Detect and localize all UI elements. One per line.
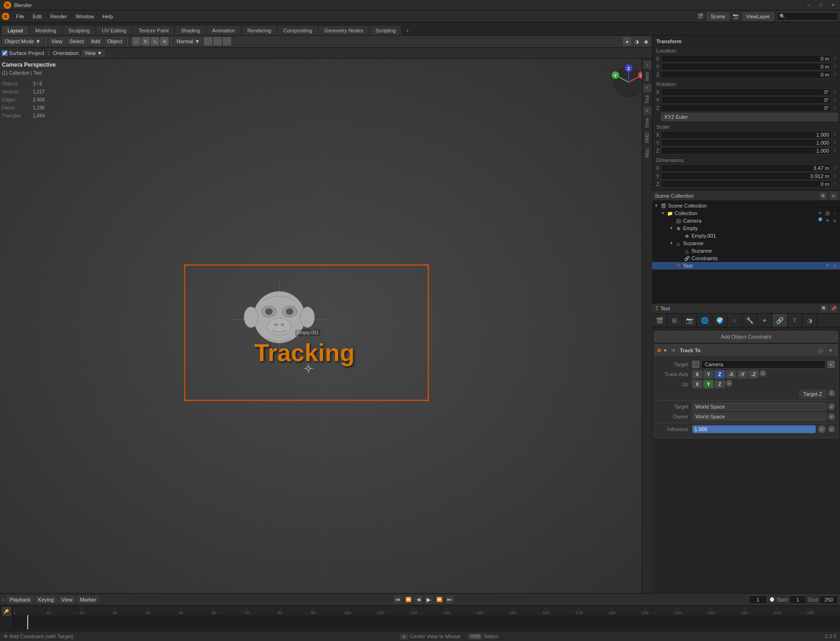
orientation-selector[interactable]: Normal ▼ bbox=[174, 38, 202, 45]
tab-view-layer[interactable]: 📷 bbox=[682, 314, 697, 327]
tab-rendering[interactable]: Rendering bbox=[241, 26, 277, 35]
menu-file[interactable]: File bbox=[12, 13, 28, 20]
tab-compositing[interactable]: Compositing bbox=[278, 26, 318, 35]
tab-texture-paint[interactable]: Texture Paint bbox=[133, 26, 174, 35]
viewport-shading-rendered[interactable]: ◉ bbox=[642, 37, 650, 46]
add-workspace-tab[interactable]: + bbox=[402, 26, 412, 35]
tab-animation[interactable]: Animation bbox=[207, 26, 241, 35]
constraint-expand-btn[interactable]: ▼ bbox=[663, 348, 668, 353]
item-panel-btn[interactable]: I bbox=[643, 61, 652, 69]
object-mode-selector[interactable]: Object Mode ▼ bbox=[2, 38, 43, 45]
track-axis-neg-y[interactable]: -Y bbox=[737, 370, 747, 378]
timeline-ruler-area[interactable]: 1102030405060708090100110120130140150160… bbox=[13, 606, 840, 629]
dimensions-z-input[interactable] bbox=[661, 180, 832, 188]
minimize-button[interactable]: – bbox=[805, 2, 812, 8]
location-x-input[interactable] bbox=[661, 55, 832, 62]
start-frame-input[interactable] bbox=[789, 595, 806, 604]
target-remove-btn[interactable]: × bbox=[827, 361, 835, 368]
rotation-z-reset[interactable]: ↺ bbox=[832, 106, 838, 110]
rotation-mode-selector[interactable]: XYZ Euler bbox=[661, 113, 838, 121]
scale-x-reset[interactable]: ↺ bbox=[832, 132, 838, 137]
item-panel-label[interactable]: Item bbox=[645, 70, 650, 83]
tab-modifier[interactable]: 🔧 bbox=[742, 314, 757, 327]
viewport-view-menu[interactable]: View bbox=[48, 38, 65, 45]
up-axis-x[interactable]: X bbox=[692, 380, 702, 388]
text-select-btn[interactable]: ⊕ bbox=[832, 263, 838, 269]
location-y-reset[interactable]: ↺ bbox=[832, 64, 838, 69]
tree-item-text[interactable]: T Text 👁 ⊕ bbox=[652, 262, 840, 270]
tree-item-collection[interactable]: ▼ 📁 Collection 👁 🎥 ○ bbox=[652, 209, 840, 217]
viewport-object-menu[interactable]: Object bbox=[104, 38, 125, 45]
current-frame-input[interactable] bbox=[748, 595, 767, 604]
rotate-tool[interactable]: ↻ bbox=[141, 37, 150, 46]
tool-panel-btn[interactable]: T bbox=[643, 84, 652, 93]
close-button[interactable]: × bbox=[830, 2, 836, 8]
location-y-input[interactable] bbox=[661, 63, 832, 70]
outliner-filter-btn[interactable]: ⚙ bbox=[819, 192, 827, 200]
tree-item-suzanne-parent[interactable]: ▼ △ Suzanne bbox=[652, 239, 840, 247]
target-name-input[interactable]: Camera bbox=[701, 360, 825, 369]
track-axis-dot[interactable]: • bbox=[760, 370, 766, 377]
tab-uv-editing[interactable]: UV Editing bbox=[96, 26, 132, 35]
constraint-close-btn[interactable]: × bbox=[826, 346, 835, 355]
tab-constraints[interactable]: 🔗 bbox=[772, 314, 787, 327]
move-tool[interactable]: ↔ bbox=[132, 37, 140, 46]
track-axis-neg-z[interactable]: -Z bbox=[748, 370, 759, 378]
rotation-x-reset[interactable]: ↺ bbox=[832, 90, 838, 94]
search-bar[interactable]: 🔍 bbox=[777, 12, 838, 21]
marker-menu[interactable]: Marker bbox=[77, 596, 99, 603]
track-axis-y[interactable]: Y bbox=[703, 370, 714, 378]
owner-space-select[interactable]: World Space bbox=[692, 412, 826, 421]
view-panel-btn[interactable]: V bbox=[643, 107, 652, 115]
target-space-select[interactable]: World Space bbox=[692, 402, 826, 411]
tab-layout[interactable]: Layout bbox=[2, 26, 29, 35]
misc-panel-label[interactable]: Misc bbox=[645, 146, 650, 160]
step-back-btn[interactable]: ⏪ bbox=[404, 595, 412, 604]
target-space-dot[interactable]: • bbox=[828, 403, 835, 410]
track-axis-x[interactable]: X bbox=[692, 370, 702, 378]
tab-material[interactable]: ◑ bbox=[802, 314, 817, 327]
track-axis-z[interactable]: Z bbox=[715, 370, 725, 378]
constraint-visibility-btn[interactable]: 👁 bbox=[669, 346, 678, 355]
tab-world[interactable]: 🌍 bbox=[712, 314, 727, 327]
track-axis-neg-x[interactable]: -X bbox=[726, 370, 736, 378]
tab-shading[interactable]: Shading bbox=[175, 26, 205, 35]
transform-tool[interactable]: ✛ bbox=[160, 37, 169, 46]
tab-particles[interactable]: ✦ bbox=[757, 314, 772, 327]
menu-help[interactable]: Help bbox=[99, 13, 117, 20]
viewport-select-menu[interactable]: Select bbox=[67, 38, 87, 45]
viewport-shading-material[interactable]: ◑ bbox=[632, 37, 641, 46]
tree-item-scene-collection[interactable]: ▼ 🎬 Scene Collection bbox=[652, 202, 840, 209]
tab-geometry-nodes[interactable]: Geometry Nodes bbox=[319, 26, 369, 35]
tab-output-settings[interactable]: ⊞ bbox=[667, 314, 682, 327]
viewlayer-selector[interactable]: ViewLayer bbox=[742, 12, 774, 21]
menu-window[interactable]: Window bbox=[72, 13, 98, 20]
timeline-drag-handle[interactable]: ≡ bbox=[2, 597, 5, 602]
tab-sculpting[interactable]: Sculpting bbox=[63, 26, 95, 35]
owner-space-dot[interactable]: • bbox=[828, 413, 835, 420]
add-marker-btn[interactable]: 🔑 bbox=[2, 607, 11, 616]
menu-render[interactable]: Render bbox=[47, 13, 71, 20]
scale-y-input[interactable] bbox=[661, 139, 832, 147]
text-eye-btn[interactable]: 👁 bbox=[824, 263, 831, 269]
camera-eye-btn[interactable]: 👁 bbox=[824, 217, 831, 224]
tab-object[interactable]: ○ bbox=[727, 314, 742, 327]
tree-item-camera[interactable]: 🎥 Camera 👁 ⊕ bbox=[652, 217, 840, 224]
tree-item-empty[interactable]: ▼ ⊕ Empty bbox=[652, 224, 840, 232]
viewport-canvas[interactable]: Camera Perspective (1) Collection | Text… bbox=[0, 59, 652, 593]
viewport-add-menu[interactable]: Add bbox=[88, 38, 103, 45]
tree-item-suzanne-child[interactable]: △ Suzanne bbox=[652, 247, 840, 255]
scale-z-reset[interactable]: ↺ bbox=[832, 148, 838, 153]
influence-dot[interactable]: • bbox=[828, 426, 835, 432]
add-object-constraint-button[interactable]: Add Object Constraint bbox=[654, 331, 838, 342]
orientation-dropdown[interactable]: View ▼ bbox=[82, 49, 105, 57]
dimensions-y-reset[interactable]: ↺ bbox=[832, 174, 838, 178]
scale-y-reset[interactable]: ↺ bbox=[832, 140, 838, 145]
jump-start-btn[interactable]: ⏮ bbox=[394, 595, 402, 604]
jump-end-btn[interactable]: ⏭ bbox=[445, 595, 454, 604]
rotation-y-reset[interactable]: ↺ bbox=[832, 98, 838, 102]
tab-scene[interactable]: 🌐 bbox=[697, 314, 712, 327]
dimensions-z-reset[interactable]: ↺ bbox=[832, 182, 838, 186]
snapping-btn[interactable] bbox=[213, 37, 222, 46]
influence-bar[interactable]: 1.000 bbox=[692, 425, 816, 433]
